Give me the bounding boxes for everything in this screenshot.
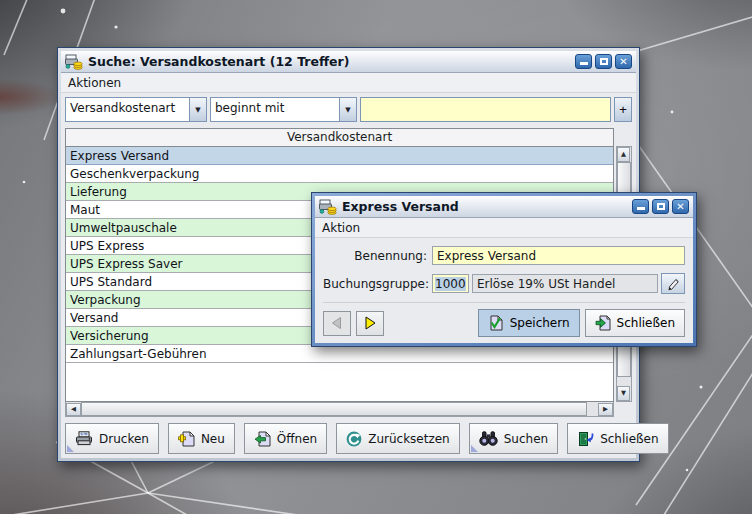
maximize-icon: [600, 58, 608, 65]
button-label: Schließen: [617, 316, 675, 330]
printer-icon: [75, 431, 93, 446]
titlebar[interactable]: Suche: Versandkostenart (12 Treffer) ✕: [61, 51, 636, 73]
dialog-titlebar[interactable]: Express Versand ✕: [315, 196, 693, 218]
chevron-down-icon[interactable]: ▼: [339, 98, 356, 121]
close-document-icon: [595, 315, 611, 331]
button-label: Neu: [201, 432, 225, 446]
zuruecksetzen-button[interactable]: Zurücksetzen: [336, 423, 460, 454]
table-row[interactable]: Zahlungsart-Gebühren: [66, 345, 613, 363]
filter-field-value: Versandkostenart: [66, 98, 175, 121]
scrollbar-corner: [616, 402, 632, 417]
dialog-body: Benennung: Express Versand Buchungsgrupp…: [315, 238, 693, 343]
app-printer-coins-icon: [319, 199, 337, 215]
scroll-right-icon[interactable]: ▶: [598, 403, 613, 416]
button-label: Öffnen: [277, 432, 317, 446]
menu-aktion[interactable]: Aktion: [322, 221, 360, 235]
dialog-footer: Speichern Schließen: [323, 302, 685, 337]
door-exit-icon: [577, 431, 594, 447]
schliessen-button[interactable]: Schließen: [567, 423, 668, 454]
dialog-title: Express Versand: [342, 199, 627, 214]
close-button[interactable]: ✕: [615, 54, 632, 69]
scrollbar-spacer: [616, 128, 632, 146]
drucken-button[interactable]: Drucken: [65, 423, 159, 454]
search-input[interactable]: [360, 97, 611, 122]
desktop-background: Suche: Versandkostenart (12 Treffer) ✕ A…: [0, 0, 752, 514]
bottom-toolbar: Drucken Neu: [65, 423, 632, 454]
next-record-button[interactable]: [356, 311, 384, 336]
suchen-button[interactable]: Suchen: [469, 423, 558, 454]
minimize-icon: [637, 207, 645, 210]
minimize-button[interactable]: [575, 54, 592, 69]
neu-button[interactable]: Neu: [168, 423, 235, 454]
horizontal-scroll-thumb[interactable]: [81, 402, 587, 416]
table-row[interactable]: Geschenkverpackung: [66, 165, 613, 183]
button-label: Schließen: [600, 432, 658, 446]
detail-dialog: Express Versand ✕ Aktion Benennung: Expr…: [311, 192, 697, 347]
binoculars-icon: [479, 431, 498, 446]
reset-icon: [346, 431, 362, 447]
scroll-up-icon[interactable]: ▲: [617, 147, 630, 162]
buchungsgruppe-code-field[interactable]: 1000: [432, 274, 469, 293]
maximize-icon: [657, 203, 665, 210]
open-document-icon: [254, 431, 271, 447]
scroll-down-icon[interactable]: ▼: [617, 386, 630, 401]
previous-record-button[interactable]: [323, 311, 351, 336]
button-label: Zurücksetzen: [368, 432, 450, 446]
filter-operator-value: beginnt mit: [211, 98, 284, 121]
save-document-icon: [488, 315, 504, 331]
horizontal-scrollbar[interactable]: ◀ ▶: [65, 402, 614, 417]
window-title: Suche: Versandkostenart (12 Treffer): [88, 54, 570, 69]
selected-text: 1000: [435, 277, 466, 291]
close-icon: ✕: [676, 202, 684, 212]
dialog-menubar: Aktion: [315, 218, 693, 238]
pen-lookup-icon: [666, 277, 680, 291]
chevron-down-icon[interactable]: ▼: [189, 98, 206, 121]
close-icon: ✕: [619, 57, 627, 67]
menu-aktionen[interactable]: Aktionen: [68, 76, 121, 90]
maximize-button[interactable]: [652, 199, 669, 214]
filter-operator-select[interactable]: beginnt mit ▼: [210, 97, 357, 122]
buchungsgruppe-lookup-button[interactable]: [661, 273, 685, 294]
button-label: Speichern: [510, 316, 570, 330]
maximize-button[interactable]: [595, 54, 612, 69]
button-label: Suchen: [504, 432, 548, 446]
buchungsgruppe-description-field: Erlöse 19% USt Handel: [472, 274, 658, 293]
minimize-button[interactable]: [632, 199, 649, 214]
filter-row: Versandkostenart ▼ beginnt mit ▼ +: [65, 97, 632, 122]
benennung-field[interactable]: Express Versand: [432, 246, 685, 265]
menubar: Aktionen: [61, 73, 636, 93]
buchungsgruppe-label: Buchungsgruppe:: [323, 277, 427, 291]
close-button[interactable]: ✕: [672, 199, 689, 214]
add-filter-button[interactable]: +: [614, 97, 632, 122]
new-document-icon: [178, 431, 195, 447]
minimize-icon: [580, 62, 588, 65]
table-row-selected[interactable]: Express Versand: [66, 147, 613, 165]
button-label: Drucken: [99, 432, 149, 446]
speichern-button[interactable]: Speichern: [478, 309, 580, 337]
scroll-left-icon[interactable]: ◀: [66, 403, 81, 416]
benennung-label: Benennung:: [323, 249, 427, 263]
column-header[interactable]: Versandkostenart: [65, 128, 614, 146]
dialog-schliessen-button[interactable]: Schließen: [585, 309, 685, 337]
nav-next-icon: [363, 316, 377, 330]
nav-prev-icon: [330, 316, 344, 330]
filter-field-select[interactable]: Versandkostenart ▼: [65, 97, 207, 122]
app-printer-coins-icon: [65, 54, 83, 70]
oeffnen-button[interactable]: Öffnen: [244, 423, 327, 454]
